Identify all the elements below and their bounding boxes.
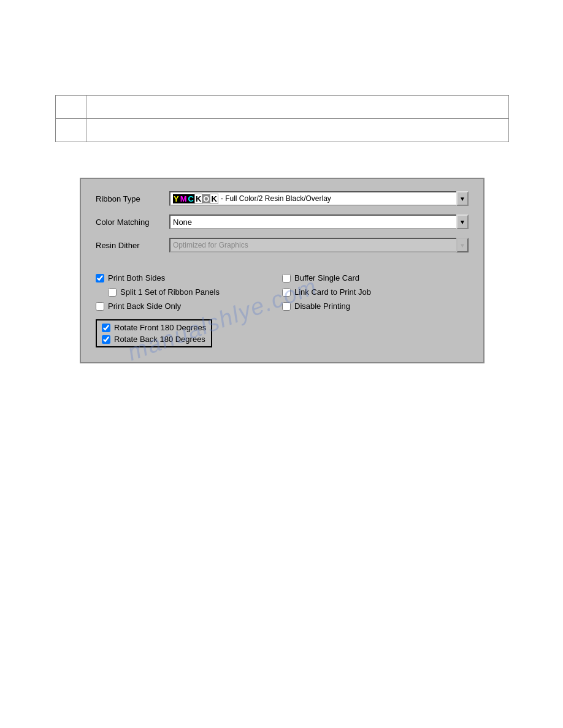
table-row xyxy=(56,96,509,119)
print-both-sides-checkbox[interactable] xyxy=(96,274,104,282)
checkboxes-area: Print Both Sides Split 1 Set of Ribbon P… xyxy=(96,273,469,347)
letter-m: M xyxy=(180,194,188,203)
rotate-back-checkbox[interactable] xyxy=(102,335,110,344)
color-matching-label: Color Matching xyxy=(96,218,169,227)
buffer-single-card-checkbox[interactable] xyxy=(282,274,291,282)
table-cell xyxy=(56,96,86,119)
letter-k1: K xyxy=(194,194,202,204)
ribbon-type-label: Ribbon Type xyxy=(96,194,169,203)
disable-printing-label: Disable Printing xyxy=(294,301,350,311)
ribbon-type-select-wrapper[interactable]: YMCKOK - Full Color/2 Resin Black/Overla… xyxy=(169,191,469,206)
ribbon-letters: YMCKOK xyxy=(173,194,218,204)
checkboxes-left: Print Both Sides Split 1 Set of Ribbon P… xyxy=(96,273,282,347)
resin-dither-value: Optimized for Graphics xyxy=(173,241,248,249)
table-cell xyxy=(86,119,509,142)
rotate-front-checkbox[interactable] xyxy=(102,324,110,332)
print-back-only-item: Print Back Side Only xyxy=(96,301,282,311)
color-matching-select[interactable]: None xyxy=(169,214,469,229)
resin-dither-row: Resin Dither Optimized for Graphics ▼ xyxy=(96,238,469,252)
rotate-back-item: Rotate Back 180 Degrees xyxy=(102,335,206,344)
rotate-box: Rotate Front 180 Degrees Rotate Back 180… xyxy=(96,319,212,347)
print-back-only-checkbox[interactable] xyxy=(96,302,104,311)
disable-printing-checkbox[interactable] xyxy=(282,302,291,311)
letter-k2: K xyxy=(210,194,218,204)
link-card-checkbox[interactable] xyxy=(282,288,291,297)
split-ribbon-label: Split 1 Set of Ribbon Panels xyxy=(120,287,220,297)
resin-dither-select-wrapper: Optimized for Graphics ▼ xyxy=(169,238,469,252)
rotate-front-item: Rotate Front 180 Degrees xyxy=(102,323,206,332)
ribbon-type-display: YMCKOK - Full Color/2 Resin Black/Overla… xyxy=(169,191,469,206)
letter-y: Y xyxy=(173,194,180,203)
print-both-sides-item: Print Both Sides xyxy=(96,273,282,282)
settings-panel: Ribbon Type YMCKOK - Full Color/2 Resin … xyxy=(80,178,484,363)
link-card-label: Link Card to Print Job xyxy=(294,287,371,297)
resin-dither-display: Optimized for Graphics xyxy=(169,238,469,252)
ribbon-type-text: - Full Color/2 Resin Black/Overlay xyxy=(221,194,465,203)
rotate-front-label: Rotate Front 180 Degrees xyxy=(114,323,206,332)
checkboxes-right: Buffer Single Card Link Card to Print Jo… xyxy=(282,273,469,347)
print-back-only-label: Print Back Side Only xyxy=(108,301,181,311)
buffer-single-card-item: Buffer Single Card xyxy=(282,273,469,282)
split-ribbon-checkbox[interactable] xyxy=(108,288,117,297)
color-matching-row: Color Matching None ▼ xyxy=(96,214,469,229)
ribbon-type-row: Ribbon Type YMCKOK - Full Color/2 Resin … xyxy=(96,191,469,206)
split-ribbon-item: Split 1 Set of Ribbon Panels xyxy=(108,287,282,297)
buffer-single-card-label: Buffer Single Card xyxy=(294,273,359,282)
table-cell xyxy=(86,96,509,119)
table-cell xyxy=(56,119,86,142)
resin-dither-label: Resin Dither xyxy=(96,241,169,250)
color-matching-select-wrapper[interactable]: None ▼ xyxy=(169,214,469,229)
rotate-back-label: Rotate Back 180 Degrees xyxy=(114,335,205,344)
link-card-item: Link Card to Print Job xyxy=(282,287,469,297)
letter-o: O xyxy=(202,194,210,203)
disable-printing-item: Disable Printing xyxy=(282,301,469,311)
top-table xyxy=(55,95,509,142)
table-row xyxy=(56,119,509,142)
letter-c: C xyxy=(188,194,194,203)
print-both-sides-label: Print Both Sides xyxy=(108,273,165,282)
